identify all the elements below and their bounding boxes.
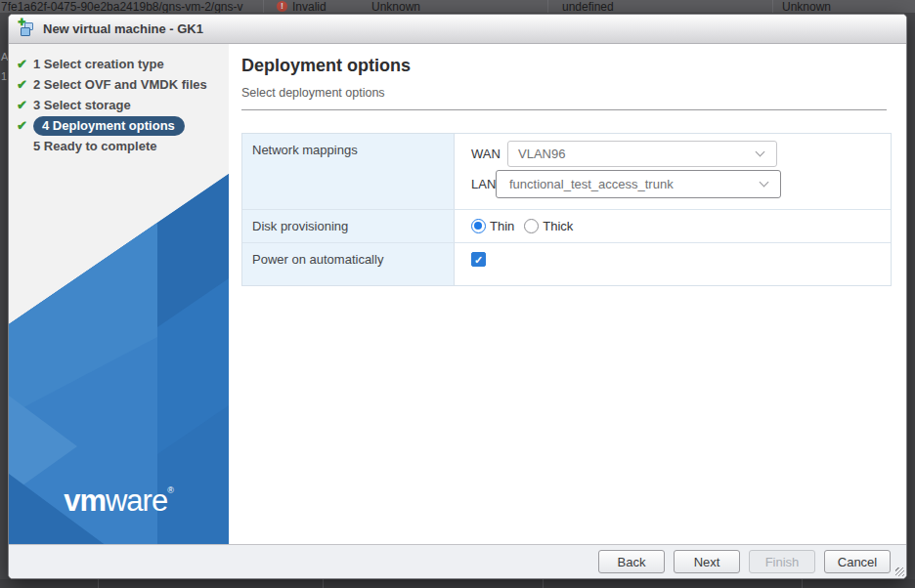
column-divider: [547, 0, 548, 13]
step-label: Ready to complete: [44, 139, 157, 153]
step-label: Select storage: [44, 98, 131, 112]
step-ready-to-complete[interactable]: 5 Ready to complete: [17, 136, 229, 156]
background-vm-id: 7fe1a62f-0475-90e2ba2419b8/gns-vm-2/gns-…: [1, 0, 243, 13]
column-divider: [802, 579, 803, 588]
network-mappings-label: Network mappings: [242, 134, 455, 209]
check-icon: ✔: [17, 118, 33, 133]
thin-radio[interactable]: [471, 219, 486, 233]
disk-provisioning-label: Disk provisioning: [242, 210, 455, 242]
power-on-label: Power on automatically: [242, 243, 455, 285]
background-host-status: Unknown: [782, 0, 831, 13]
step-deployment-options[interactable]: ✔ 4 Deployment options: [17, 115, 229, 136]
column-divider: [323, 579, 324, 588]
check-icon: ✔: [17, 77, 33, 92]
step-select-creation-type[interactable]: ✔ 1 Select creation type: [17, 54, 229, 74]
background-left-strip: A 1: [0, 13, 8, 579]
new-vm-wizard-dialog: ✚ New virtual machine - GK1 ✔ 1 Select c…: [8, 14, 907, 579]
page-title: Deployment options: [241, 56, 887, 76]
background-status: Invalid: [292, 0, 327, 13]
header-divider: [241, 109, 887, 110]
vmware-logo: vmware®: [9, 483, 229, 519]
wizard-footer: Back Next Finish Cancel: [9, 544, 906, 578]
finish-button[interactable]: Finish: [749, 550, 815, 573]
step-label: Select creation type: [44, 57, 164, 71]
network-mappings-row: Network mappings WAN VLAN96 LAN function…: [242, 134, 891, 210]
dialog-title: New virtual machine - GK1: [43, 21, 203, 36]
background-text-fragment: 1: [1, 70, 7, 82]
wizard-content-pane: Deployment options Select deployment opt…: [229, 44, 906, 544]
resize-grip[interactable]: [895, 567, 904, 576]
page-subtitle: Select deployment options: [241, 86, 887, 100]
wizard-sidebar: ✔ 1 Select creation type ✔ 2 Select OVF …: [9, 44, 229, 546]
step-label: Deployment options: [53, 118, 175, 133]
background-table-row: 7fe1a62f-0475-90e2ba2419b8/gns-vm-2/gns-…: [0, 0, 915, 13]
step-label: Select OVF and VMDK files: [44, 77, 207, 92]
lan-mapping-field: LAN functional_test_access_trunk: [471, 170, 891, 198]
power-on-checkbox[interactable]: ✓: [471, 252, 486, 267]
check-icon: ✔: [17, 98, 33, 112]
wan-network-select[interactable]: VLAN96: [507, 141, 777, 167]
chevron-down-icon: [760, 177, 769, 187]
column-divider: [772, 0, 773, 13]
lan-selected-value: functional_test_access_trunk: [509, 177, 674, 191]
check-icon: ✔: [17, 57, 33, 71]
dialog-title-bar[interactable]: ✚ New virtual machine - GK1: [9, 15, 906, 44]
step-select-ovf-vmdk[interactable]: ✔ 2 Select OVF and VMDK files: [17, 74, 229, 95]
wan-selected-value: VLAN96: [518, 147, 565, 161]
thick-radio-label: Thick: [543, 219, 573, 233]
wan-mapping-field: WAN VLAN96: [471, 141, 891, 167]
thin-radio-label: Thin: [490, 219, 514, 233]
warning-icon: !: [277, 1, 287, 12]
deployment-options-form: Network mappings WAN VLAN96 LAN function…: [241, 133, 892, 286]
back-button[interactable]: Back: [598, 550, 665, 573]
power-on-row: Power on automatically ✓: [242, 243, 891, 285]
lan-network-select[interactable]: functional_test_access_trunk: [496, 170, 781, 198]
column-divider: [543, 579, 544, 588]
background-bottom-strip: [0, 579, 915, 588]
new-vm-icon: ✚: [19, 21, 35, 37]
background-text-fragment: A: [1, 51, 8, 63]
disk-provisioning-row: Disk provisioning Thin Thick: [242, 210, 891, 243]
wizard-step-list: ✔ 1 Select creation type ✔ 2 Select OVF …: [9, 44, 229, 156]
step-select-storage[interactable]: ✔ 3 Select storage: [17, 95, 229, 115]
chevron-down-icon: [756, 147, 765, 156]
background-host: undefined: [562, 0, 614, 13]
wan-label: WAN: [471, 147, 507, 161]
thick-radio[interactable]: [524, 219, 539, 233]
background-guest-os: Unknown: [371, 0, 420, 13]
column-divider: [98, 579, 99, 588]
column-divider: [263, 0, 264, 13]
next-button[interactable]: Next: [674, 550, 740, 573]
cancel-button[interactable]: Cancel: [824, 550, 891, 573]
